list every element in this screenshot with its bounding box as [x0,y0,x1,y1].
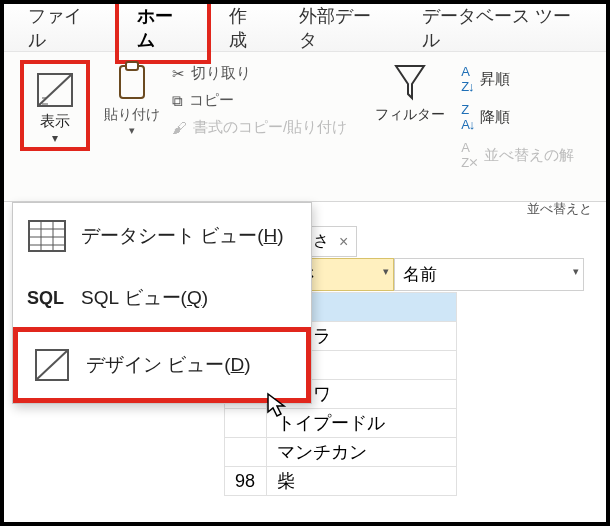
chevron-down-icon[interactable]: ▾ [573,265,579,278]
cell-name: 柴 [267,467,457,496]
sort-clear-button[interactable]: AZ⨯ 並べ替えの解 [461,140,574,170]
design-view-icon [34,70,76,110]
cut-label: 切り取り [191,64,251,83]
menu-bar: ファイル ホーム 作成 外部データ データベース ツール [4,4,606,52]
cut-button[interactable]: ✂ 切り取り [172,64,347,83]
paintbrush-icon: 🖌 [172,119,187,136]
sort-asc-icon: AZ↓ [461,64,473,94]
copy-label: コピー [189,91,234,110]
cell-num: 98 [225,467,267,496]
format-painter-label: 書式のコピー/貼り付け [193,118,347,137]
svg-marker-6 [396,66,424,98]
cell-name: マンチカン [267,438,457,467]
copy-button[interactable]: ⧉ コピー [172,91,347,110]
paste-label: 貼り付け [104,106,160,124]
sort-desc-icon: ZA↓ [461,102,474,132]
svg-rect-5 [126,62,138,70]
table-row[interactable]: トイプードル [225,409,457,438]
filter-button[interactable]: フィルター [365,60,455,124]
table-row[interactable]: 98柴 [225,467,457,496]
menu-create[interactable]: 作成 [211,0,282,60]
table-row[interactable]: マンチカン [225,438,457,467]
svg-line-14 [36,350,68,380]
column-header-2-label: 名前 [403,265,437,284]
menu-external-data[interactable]: 外部データ [281,0,403,60]
design-view-icon [32,348,72,382]
menu-item-datasheet-view[interactable]: データシート ビュー(H) [13,203,311,269]
sort-commands: AZ↓ 昇順 ZA↓ 降順 AZ⨯ 並べ替えの解 [461,60,574,170]
cell-name: トイプードル [267,409,457,438]
datasheet-header: 愛さ ▾ 名前 ▾ [274,258,584,291]
sort-desc-label: 降順 [480,108,510,127]
menu-database-tools[interactable]: データベース ツール [404,0,600,60]
paste-button[interactable]: 貼り付け ▾ [98,60,166,137]
column-header-2[interactable]: 名前 ▾ [394,258,584,291]
view-button-label: 表示 [34,112,76,131]
svg-rect-7 [29,221,65,251]
datasheet-icon [27,219,67,253]
sort-desc-button[interactable]: ZA↓ 降順 [461,102,574,132]
svg-line-1 [38,74,72,106]
funnel-icon [390,60,430,104]
filter-label: フィルター [375,106,445,124]
menu-item-design-view[interactable]: デザイン ビュー(D) [13,327,311,403]
menu-item-label: デザイン ビュー(D) [86,352,251,378]
ribbon-group-views: 表示 ▾ [12,60,98,151]
menu-file[interactable]: ファイル [10,0,115,60]
copy-icon: ⧉ [172,92,183,110]
menu-home[interactable]: ホーム [115,0,211,64]
sort-clear-label: 並べ替えの解 [484,146,574,165]
menu-item-label: SQL ビュー(Q) [81,285,208,311]
sort-asc-button[interactable]: AZ↓ 昇順 [461,64,574,94]
cell-num [225,438,267,467]
scissors-icon: ✂ [172,65,185,83]
sql-icon: SQL [27,288,67,309]
chevron-down-icon[interactable]: ▾ [383,265,389,278]
view-button[interactable]: 表示 ▾ [20,60,90,151]
close-icon[interactable]: × [339,233,348,251]
ribbon-group-sort-label: 並べ替えと [527,200,592,218]
menu-item-sql-view[interactable]: SQL SQL ビュー(Q) [13,269,311,327]
view-dropdown-menu: データシート ビュー(H) SQL SQL ビュー(Q) デザイン ビュー(D) [12,202,312,404]
chevron-down-icon: ▾ [34,131,76,145]
clipboard-icon [112,60,152,104]
sort-clear-icon: AZ⨯ [461,140,478,170]
cell-num [225,409,267,438]
sort-asc-label: 昇順 [480,70,510,89]
ribbon: 表示 ▾ 貼り付け ▾ ✂ 切り取り ⧉ コピー 🖌 書式のコピー/貼り付け フ… [4,52,606,202]
chevron-down-icon: ▾ [129,124,135,137]
menu-item-label: データシート ビュー(H) [81,223,284,249]
format-painter-button[interactable]: 🖌 書式のコピー/貼り付け [172,118,347,137]
clipboard-commands: ✂ 切り取り ⧉ コピー 🖌 書式のコピー/貼り付け [172,60,347,137]
